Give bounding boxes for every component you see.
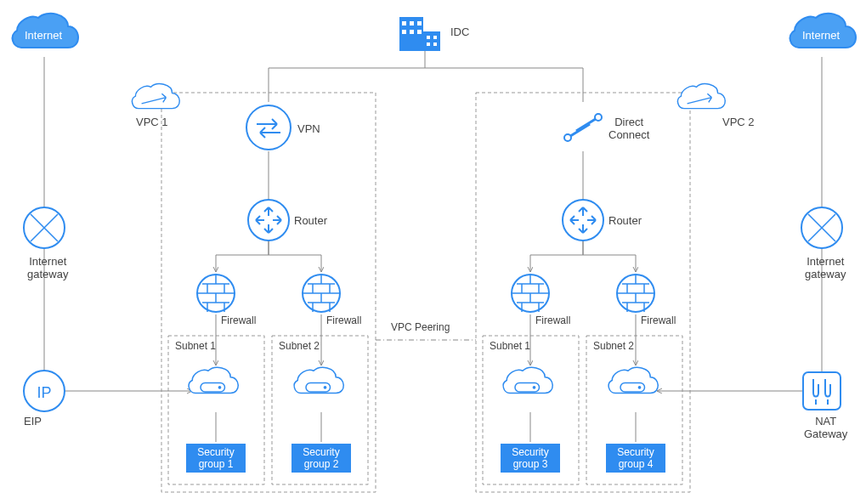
firewall3-label: Firewall	[535, 314, 570, 326]
router2-label: Router	[608, 214, 642, 227]
nat-icon	[803, 372, 841, 410]
router1-icon	[248, 200, 289, 241]
vpc1-label: VPC 1	[136, 116, 168, 128]
svg-point-33	[563, 200, 603, 241]
igw-right-label: Internet gateway	[805, 255, 846, 280]
vpc2-label: VPC 2	[722, 116, 755, 128]
sg1-box: Security group 1	[186, 444, 246, 473]
svg-rect-20	[410, 21, 414, 25]
svg-rect-27	[427, 42, 430, 46]
eip-icon: IP	[24, 371, 65, 411]
firewall2-label: Firewall	[326, 314, 361, 326]
vpc-peering-label: VPC Peering	[391, 321, 450, 333]
svg-rect-19	[402, 21, 406, 25]
firewall2-icon	[303, 275, 340, 312]
internet-left-label: Internet	[25, 29, 62, 42]
svg-rect-26	[433, 36, 437, 39]
svg-rect-22	[402, 30, 406, 34]
svg-point-48	[533, 386, 536, 389]
subnet4-server-icon	[608, 367, 658, 393]
igw-left-label: Internet gateway	[27, 255, 68, 280]
sg2-box: Security group 2	[291, 444, 351, 473]
svg-point-46	[324, 386, 327, 389]
internet-right-label: Internet	[802, 29, 840, 42]
nat-label: NAT Gateway	[804, 415, 847, 440]
subnet4-label: Subnet 2	[593, 340, 634, 352]
svg-rect-21	[417, 21, 422, 25]
svg-point-50	[638, 386, 642, 389]
idc-icon	[399, 17, 440, 51]
firewall4-icon	[617, 275, 654, 312]
vpc2-cloud-icon	[677, 84, 725, 109]
vpc1-cloud-icon	[132, 84, 179, 109]
svg-point-32	[248, 200, 289, 241]
svg-rect-24	[417, 30, 422, 34]
svg-text:IP: IP	[37, 384, 51, 401]
svg-rect-23	[410, 30, 414, 34]
svg-rect-18	[423, 31, 440, 51]
svg-point-29	[246, 105, 291, 150]
igw-left-icon	[24, 207, 65, 248]
svg-rect-42	[803, 372, 841, 410]
subnet1-server-icon	[189, 367, 238, 393]
eip-label: EIP	[24, 415, 42, 428]
sg4-box: Security group 4	[606, 444, 665, 473]
firewall1-icon	[197, 275, 235, 312]
idc-label: IDC	[450, 25, 469, 38]
igw-right-icon	[801, 207, 842, 248]
subnet3-label: Subnet 1	[490, 340, 530, 352]
svg-rect-28	[433, 42, 437, 46]
firewall1-label: Firewall	[221, 314, 256, 326]
directconnect-icon	[564, 114, 602, 141]
vpn-icon	[246, 105, 291, 150]
svg-point-31	[595, 114, 602, 121]
subnet2-label: Subnet 2	[279, 340, 320, 352]
router2-icon	[563, 200, 603, 241]
sg3-box: Security group 3	[501, 444, 560, 473]
subnet1-label: Subnet 1	[175, 340, 216, 352]
svg-point-44	[218, 386, 222, 389]
router1-label: Router	[294, 214, 327, 227]
vpn-label: VPN	[297, 122, 320, 135]
svg-rect-25	[427, 36, 430, 39]
directconnect-label: Direct Connect	[608, 116, 649, 141]
firewall3-icon	[512, 275, 549, 312]
svg-point-30	[564, 134, 571, 141]
subnet3-server-icon	[503, 367, 552, 393]
subnet2-server-icon	[294, 367, 343, 393]
firewall4-label: Firewall	[641, 314, 676, 326]
